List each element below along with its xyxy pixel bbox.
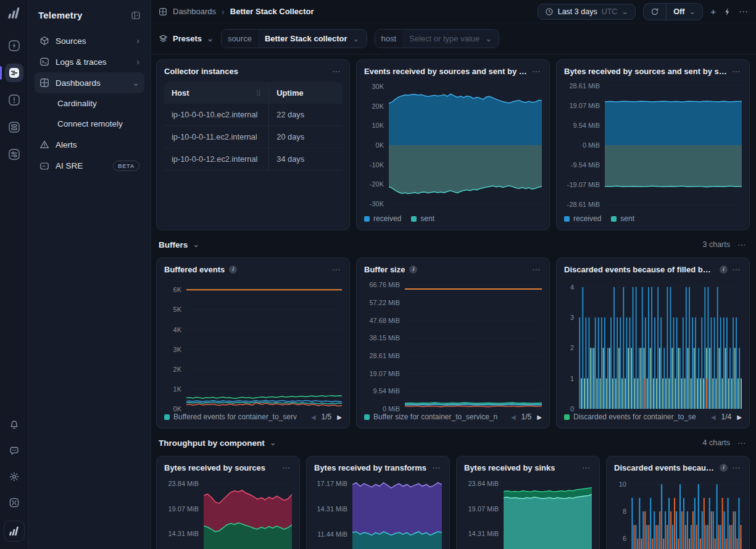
chevron-down-icon: ⌄: [485, 36, 492, 41]
legend-next-button[interactable]: ▶: [537, 414, 542, 421]
card-title: Events received by sources and sent by s…: [364, 67, 528, 76]
section-title: Buffers: [159, 240, 188, 249]
legend-item-sent[interactable]: sent: [411, 214, 434, 223]
legend-swatch: [364, 414, 370, 420]
legend-pager: ◀ 1/5 ▶: [311, 413, 342, 421]
host-cell: ip-10-0-0-11.ec2.internal: [164, 126, 268, 148]
refresh-button[interactable]: [644, 4, 666, 20]
legend-swatch: [564, 414, 570, 420]
sidebar-item-label: AI SRE: [56, 161, 83, 170]
legend-prev-button[interactable]: ◀: [311, 414, 316, 421]
legend-item-sent[interactable]: sent: [611, 214, 634, 223]
discarded-events-chart[interactable]: 43210: [564, 278, 742, 409]
column-header-host[interactable]: Host: [164, 82, 268, 104]
notifications-button[interactable]: [5, 416, 23, 434]
filter-value: Better Stack collector: [265, 34, 347, 43]
app-title: Telemetry: [38, 10, 83, 20]
table-row[interactable]: ip-10-0-0-11.ec2.internal 20 days: [164, 126, 342, 148]
card-menu-button[interactable]: ⋯: [732, 264, 742, 274]
card-menu-button[interactable]: ⋯: [282, 463, 292, 472]
legend-item-received[interactable]: received: [564, 214, 601, 223]
uptime-cell: 20 days: [268, 126, 342, 148]
filter-placeholder: Select or type value: [409, 34, 480, 43]
sidebar-item-alerts[interactable]: Alerts: [35, 134, 144, 155]
dashboard-grid-icon: [39, 78, 49, 88]
source-filter[interactable]: source Better Stack collector ⌄: [221, 29, 367, 48]
rail-incidents-button[interactable]: [5, 91, 23, 109]
shortcuts-button[interactable]: [5, 493, 23, 512]
sidebar-item-label: Logs & traces: [56, 57, 107, 67]
legend-item[interactable]: Buffered events for container_to_serv: [164, 413, 297, 421]
rail-telemetry-button[interactable]: [5, 64, 23, 82]
chevron-right-icon: ›: [136, 59, 139, 65]
bell-icon: [8, 419, 20, 431]
card-menu-button[interactable]: ⋯: [732, 463, 742, 472]
sidebar-subitem-cardinality[interactable]: Cardinality: [35, 93, 144, 114]
buffer-size-chart[interactable]: 66.76 MiB57.22 MiB47.68 MiB38.15 MiB28.6…: [364, 278, 542, 409]
buffered-events-card: Buffered events i ⋯ 6K5K4K3K2K1K0K Buffe…: [156, 258, 350, 429]
auto-refresh-select[interactable]: Off ⌄: [666, 4, 702, 20]
add-chart-button[interactable]: +: [710, 6, 716, 17]
chevron-down-icon[interactable]: ⌄: [270, 440, 276, 445]
legend-prev-button[interactable]: ◀: [711, 414, 716, 421]
rail-integrations-button[interactable]: [5, 145, 23, 164]
quick-actions-button[interactable]: [723, 7, 731, 16]
sidebar-item-ai-sre[interactable]: AI SRE BETA: [35, 155, 144, 177]
card-menu-button[interactable]: ⋯: [332, 66, 342, 76]
card-menu-button[interactable]: ⋯: [732, 66, 742, 76]
card-menu-button[interactable]: ⋯: [532, 66, 542, 76]
sidebar-item-sources[interactable]: Sources ›: [35, 30, 144, 51]
collapse-sidebar-icon[interactable]: [131, 10, 141, 20]
events-chart[interactable]: 30K20K10K0K-10K-20K-30K: [364, 80, 542, 211]
chart-row-2: Buffered events i ⋯ 6K5K4K3K2K1K0K Buffe…: [156, 258, 750, 429]
card-title: Bytes received by transforms: [314, 463, 426, 472]
chart-row-3: Bytes received by sources ⋯ 23.84 MiB19.…: [156, 456, 750, 549]
card-menu-button[interactable]: ⋯: [582, 463, 592, 472]
legend-next-button[interactable]: ▶: [737, 414, 742, 421]
card-title: Bytes received by sinks: [464, 463, 555, 472]
card-menu-button[interactable]: ⋯: [332, 264, 342, 274]
betterstack-footer-logo[interactable]: [4, 521, 25, 542]
sidebar-subitem-connect-remotely[interactable]: Connect remotely: [35, 114, 144, 134]
bytes-sinks-chart[interactable]: 23.84 MiB19.07 MiB14.31 MiB9.54 MiB4.77 …: [464, 476, 592, 549]
legend-prev-button[interactable]: ◀: [511, 414, 516, 421]
topbar-more-button[interactable]: ⋯: [739, 6, 749, 17]
buffered-events-chart[interactable]: 6K5K4K3K2K1K0K: [164, 278, 342, 409]
legend-item-received[interactable]: received: [364, 214, 401, 223]
card-title: Buffered events: [164, 265, 225, 274]
column-header-uptime[interactable]: Uptime: [268, 82, 342, 104]
bytes-transforms-chart[interactable]: 17.17 MiB14.31 MiB11.44 MiB8.58 MiB5.72 …: [314, 476, 442, 549]
section-menu-button[interactable]: ⋯: [737, 438, 747, 448]
feedback-button[interactable]: [5, 442, 23, 460]
chart-row-1: Collector instances ⋯ Host Uptime ip: [156, 59, 750, 230]
bytes-chart-card: Bytes received by sources and sent by si…: [556, 59, 750, 230]
presets-button[interactable]: Presets ⌄: [159, 34, 214, 43]
events-chart-card: Events received by sources and sent by s…: [356, 59, 550, 230]
rail-uptime-button[interactable]: [5, 36, 23, 55]
chevron-down-icon: ⌄: [689, 9, 696, 14]
discarded-events-2-chart[interactable]: 1086420: [614, 476, 742, 549]
time-range-label: Last 3 days: [558, 7, 597, 16]
card-menu-button[interactable]: ⋯: [432, 463, 442, 472]
theme-toggle-button[interactable]: [5, 467, 23, 486]
breadcrumb-dashboards-link[interactable]: Dashboards: [173, 7, 216, 16]
sidebar-item-logs-traces[interactable]: Logs & traces ›: [35, 51, 144, 72]
icon-rail: [0, 0, 28, 549]
host-filter[interactable]: host Select or type value ⌄: [375, 29, 500, 48]
presets-label: Presets: [173, 34, 202, 43]
card-menu-button[interactable]: ⋯: [532, 264, 542, 274]
table-row[interactable]: ip-10-0-0-10.ec2.internal 22 days: [164, 104, 342, 126]
legend-item[interactable]: Discarded events for container_to_se: [564, 413, 696, 421]
rail-status-pages-button[interactable]: [5, 118, 23, 136]
time-range-picker[interactable]: Last 3 days UTC ⌄: [538, 4, 636, 20]
column-drag-icon[interactable]: [256, 90, 261, 96]
bytes-sources-chart[interactable]: 23.84 MiB19.07 MiB14.31 MiB9.54 MiB4.77 …: [164, 476, 292, 549]
legend-next-button[interactable]: ▶: [337, 414, 342, 421]
legend-item[interactable]: Buffer size for container_to_service_n: [364, 413, 497, 421]
table-row[interactable]: ip-10-0-0-12.ec2.internal 34 days: [164, 148, 342, 170]
section-menu-button[interactable]: ⋯: [737, 240, 747, 249]
uptime-cell: 34 days: [268, 148, 342, 170]
sidebar-item-dashboards[interactable]: Dashboards ⌄: [35, 72, 144, 93]
bytes-chart[interactable]: 28.61 MiB19.07 MiB9.54 MiB0 MiB-9.54 MiB…: [564, 80, 742, 211]
chevron-down-icon[interactable]: ⌄: [193, 242, 199, 247]
